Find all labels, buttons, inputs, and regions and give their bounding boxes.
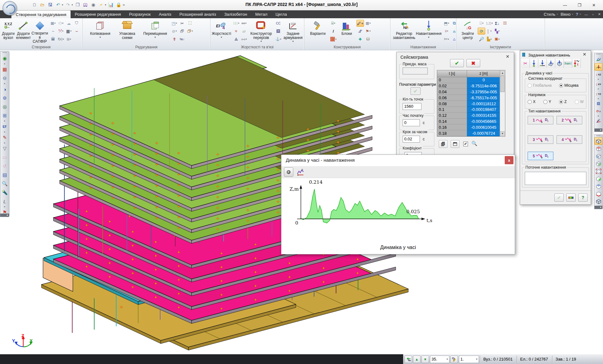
grid-tool-icon[interactable]: 🏛 xyxy=(49,36,57,43)
paste-table-icon[interactable]: 🗔 xyxy=(451,140,459,148)
table-row[interactable]: 0.08-0.000118112 xyxy=(437,101,505,107)
load-editor-status-icon[interactable]: № xyxy=(405,356,412,363)
pack-button[interactable]: Упаковка схеми xyxy=(114,19,140,44)
radio-global[interactable]: Глобальна xyxy=(528,83,551,88)
cube-front-icon[interactable] xyxy=(595,160,602,167)
lock-icon[interactable]: 🔒 xyxy=(116,1,122,8)
flash-caret-icon[interactable]: ▾ xyxy=(105,3,106,6)
iso-view-icon[interactable] xyxy=(595,63,602,71)
select-circle-icon[interactable]: ◎ xyxy=(0,102,9,111)
table-row[interactable]: 0.02-9.75114e-006 xyxy=(437,83,505,89)
table-scrollbar[interactable]: ▲ ▼ xyxy=(500,70,505,136)
erase-tool-icon[interactable]: 🗡 xyxy=(171,36,178,43)
tab-brick[interactable]: Цегла xyxy=(271,10,291,18)
swap-tool-icon[interactable]: 🗗 xyxy=(178,28,186,35)
loads-button[interactable]: Навантаження ▾ xyxy=(416,19,441,44)
numbering-tool-icon[interactable]: 1,2)▾ xyxy=(486,20,493,27)
docs-tool-icon[interactable]: 🗇▾ xyxy=(186,28,194,35)
tab-create-edit[interactable]: Створення та редагування xyxy=(11,10,71,18)
anchor-tool-icon[interactable]: ⚓▾ xyxy=(274,36,282,43)
cube-back-icon[interactable] xyxy=(595,182,602,190)
mesh-tool-icon[interactable]: ▦▾ xyxy=(65,28,73,35)
qat-customize-icon[interactable]: ≂ xyxy=(122,3,125,7)
select-vertical-icon[interactable]: ◑ xyxy=(0,85,9,94)
pressure-tool-icon[interactable]: ⬒▾ xyxy=(443,20,450,27)
cube-iso-icon[interactable] xyxy=(595,137,602,145)
radio-x[interactable]: X xyxy=(528,100,535,104)
axes-view-icon[interactable] xyxy=(595,117,602,125)
load-type-4[interactable]: 4 Dt xyxy=(557,135,582,144)
dxf-tool-icon[interactable]: ⛉ xyxy=(73,20,80,27)
frame-tool-icon[interactable]: ⊞▾ xyxy=(49,20,57,27)
scroll-down-icon[interactable]: ▼ xyxy=(500,131,505,136)
points-count-field[interactable]: 1560 xyxy=(403,103,421,110)
diagram-icon[interactable]: 📊 xyxy=(108,1,114,8)
cube-top-icon[interactable] xyxy=(595,145,602,152)
undo-caret-icon[interactable]: ▾ xyxy=(62,3,63,6)
node-link-tool-icon[interactable]: ⧟▾ xyxy=(240,36,248,43)
xy-view-icon[interactable]: ↕XY xyxy=(595,80,602,88)
sum-load-tool-icon[interactable]: Σ↓ xyxy=(493,20,501,27)
start-time-field[interactable]: 0 xyxy=(403,119,420,126)
solid-load-icon[interactable] xyxy=(555,59,564,68)
table-f-tool-icon[interactable]: ⚑▾ xyxy=(364,28,372,35)
table-row[interactable]: 0.12-0.000314155 xyxy=(437,113,505,119)
brick-tool-icon[interactable]: 🧱▾ xyxy=(329,36,337,43)
table-row[interactable]: 0.04-3.37955e-005 xyxy=(437,89,505,95)
radio-z[interactable]: Z xyxy=(559,100,567,104)
table-row[interactable]: 0.06-6.75517e-005 xyxy=(437,95,505,101)
cylinder-tool-icon[interactable]: ⬭▾ xyxy=(57,20,65,27)
hammer-status-icon[interactable] xyxy=(450,356,458,363)
select-element-icon[interactable]: ⊖ xyxy=(0,74,9,83)
table-row[interactable]: 00 xyxy=(437,77,505,83)
plate-tool-icon[interactable]: ▱ xyxy=(240,28,248,35)
cube-left-icon[interactable] xyxy=(595,152,602,160)
bar-load-icon[interactable] xyxy=(538,59,547,68)
minimize-button[interactable]: — xyxy=(558,0,572,10)
table-row[interactable]: 0.16-0.000610045 xyxy=(437,124,505,130)
doc-restore-button[interactable]: ▫ xyxy=(591,13,595,16)
tab-analysis[interactable]: Аналіз xyxy=(155,10,176,18)
prev-loadcase-icon[interactable]: ▲ xyxy=(413,356,421,363)
palette-tool-icon[interactable]: 🞕▾ xyxy=(493,36,501,43)
storey-tool-icon[interactable]: 🖽 xyxy=(274,28,282,35)
toolbar-grip[interactable]: •••• xyxy=(0,52,9,54)
doc-minimize-button[interactable]: — xyxy=(584,13,589,16)
mirror-tool-icon[interactable]: ◳▾ xyxy=(171,20,178,27)
toolbar-expand[interactable]: ▸ xyxy=(595,206,602,209)
blocks-button[interactable]: Блоки xyxy=(338,19,355,44)
time-step-field[interactable]: 0.02 xyxy=(403,136,420,143)
delete-load-icon[interactable]: ✂ xyxy=(521,59,530,68)
magnifier-icon[interactable]: 🔍 xyxy=(471,141,477,146)
help-menu[interactable]: ? xyxy=(576,12,578,17)
open-file-icon[interactable]: 🗁 xyxy=(39,1,46,8)
add-element-button[interactable]: Додати елемент xyxy=(16,19,31,44)
close-icon[interactable]: x xyxy=(505,156,513,164)
close-button[interactable]: ✕ xyxy=(587,0,601,10)
initial-params-check-button[interactable]: ✔ xyxy=(410,87,421,95)
given-reinf-button[interactable]: Задане армування ▾ xyxy=(283,19,303,44)
select-rect-tool-icon[interactable]: ⛶ xyxy=(186,20,194,27)
pen-add-tool-icon[interactable]: 🖉+ xyxy=(356,20,364,27)
select-ef-icon[interactable]: EF xyxy=(0,122,9,131)
table-icon[interactable]: ▤ xyxy=(0,171,9,179)
toolbar-expand[interactable]: ▸ xyxy=(595,128,602,132)
hatch-tool-icon[interactable]: ▨▾ xyxy=(65,36,73,43)
rotate-z-icon[interactable]: ⟳z xyxy=(595,107,602,115)
renumber-tool-icon[interactable]: №↓ xyxy=(178,36,186,43)
copy-table-icon[interactable]: 🗐 xyxy=(439,140,448,148)
new-file-icon[interactable]: 🗋 xyxy=(31,1,38,8)
slope-tool-icon[interactable]: ⊘▾ xyxy=(171,28,178,35)
toolbar-expand[interactable]: ▸ xyxy=(0,214,9,217)
dynamic-load-icon[interactable]: t xyxy=(572,59,581,68)
cancel-button[interactable]: ✖ xyxy=(466,59,480,67)
sum-tool-icon[interactable]: ⛁ xyxy=(364,36,372,43)
add-node-button[interactable]: X,Y,Z ─ Додати вузол xyxy=(1,19,15,44)
col-header-z[interactable]: z [m] xyxy=(467,70,500,77)
flashlight-icon[interactable]: 🔦 xyxy=(0,188,9,197)
select-grid-icon[interactable]: ⊞ xyxy=(0,111,9,120)
filter-icon[interactable]: ▽ xyxy=(0,144,9,153)
select-horizontal-icon[interactable]: ⊜ xyxy=(0,94,9,102)
doc-close-button[interactable]: ✕ xyxy=(597,12,602,16)
cube-right-icon[interactable] xyxy=(595,175,602,182)
